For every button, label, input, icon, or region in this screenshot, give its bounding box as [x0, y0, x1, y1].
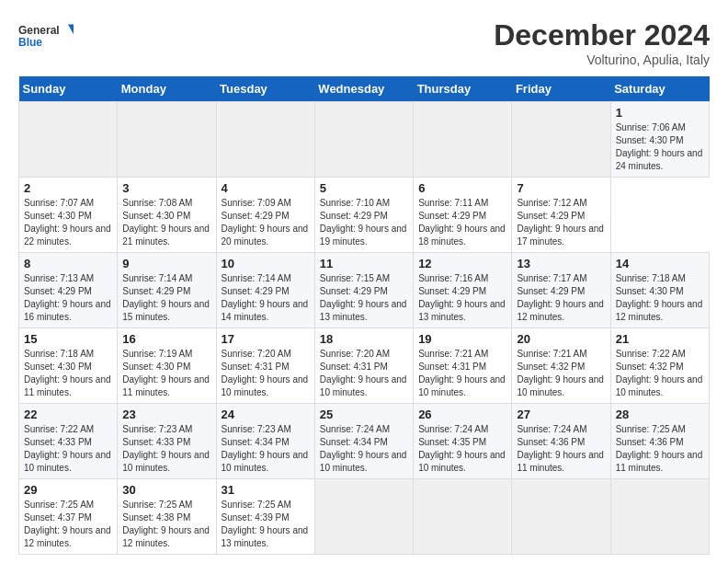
day-number: 31 — [222, 483, 310, 497]
calendar-cell: 23Sunrise: 7:23 AMSunset: 4:33 PMDayligh… — [118, 404, 216, 479]
calendar-cell: 3Sunrise: 7:08 AMSunset: 4:30 PMDaylight… — [118, 178, 216, 253]
day-info: Sunrise: 7:08 AMSunset: 4:30 PMDaylight:… — [122, 197, 210, 248]
day-info: Sunrise: 7:20 AMSunset: 4:31 PMDaylight:… — [320, 348, 408, 399]
calendar-cell: 26Sunrise: 7:24 AMSunset: 4:35 PMDayligh… — [414, 404, 512, 479]
calendar-cell: 25Sunrise: 7:24 AMSunset: 4:34 PMDayligh… — [314, 404, 413, 479]
calendar-cell: 13Sunrise: 7:17 AMSunset: 4:29 PMDayligh… — [512, 253, 610, 328]
calendar-cell-empty — [118, 102, 216, 178]
day-info: Sunrise: 7:14 AMSunset: 4:29 PMDaylight:… — [122, 272, 210, 324]
day-number: 23 — [122, 408, 210, 421]
day-number: 27 — [517, 408, 605, 421]
calendar-cell: 5Sunrise: 7:10 AMSunset: 4:29 PMDaylight… — [314, 178, 413, 253]
day-info: Sunrise: 7:25 AMSunset: 4:39 PMDaylight:… — [222, 499, 310, 550]
day-info: Sunrise: 7:16 AMSunset: 4:29 PMDaylight:… — [418, 272, 506, 324]
day-number: 19 — [418, 332, 506, 346]
day-info: Sunrise: 7:15 AMSunset: 4:29 PMDaylight:… — [320, 272, 408, 324]
calendar-week-row: 1Sunrise: 7:06 AMSunset: 4:30 PMDaylight… — [19, 102, 710, 178]
svg-text:Blue: Blue — [18, 36, 42, 49]
calendar-cell: 8Sunrise: 7:13 AMSunset: 4:29 PMDaylight… — [19, 253, 118, 328]
day-number: 29 — [24, 483, 112, 497]
calendar-cell: 2Sunrise: 7:07 AMSunset: 4:30 PMDaylight… — [19, 178, 118, 253]
calendar-cell-empty — [216, 102, 314, 178]
calendar-week-row: 2Sunrise: 7:07 AMSunset: 4:30 PMDaylight… — [19, 178, 710, 253]
day-number: 3 — [122, 181, 210, 195]
calendar-cell: 4Sunrise: 7:09 AMSunset: 4:29 PMDaylight… — [216, 178, 314, 253]
day-number: 15 — [24, 332, 112, 346]
day-number: 13 — [517, 257, 605, 270]
day-number: 5 — [320, 181, 408, 195]
calendar-cell-empty — [512, 479, 610, 555]
weekday-header-cell: Sunday — [19, 76, 118, 102]
day-info: Sunrise: 7:11 AMSunset: 4:29 PMDaylight:… — [418, 197, 506, 248]
day-number: 30 — [122, 483, 210, 497]
day-info: Sunrise: 7:23 AMSunset: 4:34 PMDaylight:… — [222, 423, 310, 475]
day-info: Sunrise: 7:21 AMSunset: 4:32 PMDaylight:… — [517, 348, 605, 399]
calendar-cell: 9Sunrise: 7:14 AMSunset: 4:29 PMDaylight… — [118, 253, 216, 328]
day-number: 9 — [122, 257, 210, 270]
day-info: Sunrise: 7:18 AMSunset: 4:30 PMDaylight:… — [24, 348, 112, 399]
day-info: Sunrise: 7:25 AMSunset: 4:37 PMDaylight:… — [24, 499, 112, 550]
day-number: 6 — [418, 181, 506, 195]
day-info: Sunrise: 7:19 AMSunset: 4:30 PMDaylight:… — [122, 348, 210, 399]
day-info: Sunrise: 7:23 AMSunset: 4:33 PMDaylight:… — [122, 423, 210, 475]
day-number: 11 — [320, 257, 408, 270]
day-number: 2 — [24, 181, 112, 195]
day-number: 26 — [418, 408, 506, 421]
svg-marker-2 — [68, 25, 74, 38]
weekday-header-cell: Monday — [118, 76, 216, 102]
calendar-cell-empty — [414, 102, 512, 178]
calendar-cell: 29Sunrise: 7:25 AMSunset: 4:37 PMDayligh… — [19, 479, 118, 555]
day-info: Sunrise: 7:21 AMSunset: 4:31 PMDaylight:… — [418, 348, 506, 399]
calendar-cell: 22Sunrise: 7:22 AMSunset: 4:33 PMDayligh… — [19, 404, 118, 479]
day-info: Sunrise: 7:25 AMSunset: 4:38 PMDaylight:… — [122, 499, 210, 550]
weekday-header-cell: Tuesday — [216, 76, 314, 102]
main-title: December 2024 — [494, 18, 710, 52]
day-info: Sunrise: 7:22 AMSunset: 4:33 PMDaylight:… — [24, 423, 112, 475]
logo-svg: General Blue — [18, 18, 74, 55]
day-info: Sunrise: 7:24 AMSunset: 4:34 PMDaylight:… — [320, 423, 408, 475]
day-number: 16 — [122, 332, 210, 346]
calendar-cell-empty — [610, 479, 709, 555]
calendar-cell: 27Sunrise: 7:24 AMSunset: 4:36 PMDayligh… — [512, 404, 610, 479]
calendar-cell: 19Sunrise: 7:21 AMSunset: 4:31 PMDayligh… — [414, 328, 512, 404]
day-number: 21 — [616, 332, 704, 346]
calendar-cell: 21Sunrise: 7:22 AMSunset: 4:32 PMDayligh… — [610, 328, 709, 404]
weekday-header-cell: Friday — [512, 76, 610, 102]
day-info: Sunrise: 7:18 AMSunset: 4:30 PMDaylight:… — [616, 272, 704, 324]
calendar-cell: 18Sunrise: 7:20 AMSunset: 4:31 PMDayligh… — [314, 328, 413, 404]
calendar-cell-empty — [314, 479, 413, 555]
calendar-cell: 16Sunrise: 7:19 AMSunset: 4:30 PMDayligh… — [118, 328, 216, 404]
day-info: Sunrise: 7:24 AMSunset: 4:36 PMDaylight:… — [517, 423, 605, 475]
calendar-table: SundayMondayTuesdayWednesdayThursdayFrid… — [18, 76, 710, 555]
day-info: Sunrise: 7:20 AMSunset: 4:31 PMDaylight:… — [222, 348, 310, 399]
calendar-cell: 12Sunrise: 7:16 AMSunset: 4:29 PMDayligh… — [414, 253, 512, 328]
calendar-cell-empty — [512, 102, 610, 178]
calendar-week-row: 29Sunrise: 7:25 AMSunset: 4:37 PMDayligh… — [19, 479, 710, 555]
day-info: Sunrise: 7:24 AMSunset: 4:35 PMDaylight:… — [418, 423, 506, 475]
calendar-week-row: 8Sunrise: 7:13 AMSunset: 4:29 PMDaylight… — [19, 253, 710, 328]
day-info: Sunrise: 7:14 AMSunset: 4:29 PMDaylight:… — [222, 272, 310, 324]
calendar-cell: 28Sunrise: 7:25 AMSunset: 4:36 PMDayligh… — [610, 404, 709, 479]
calendar-cell: 24Sunrise: 7:23 AMSunset: 4:34 PMDayligh… — [216, 404, 314, 479]
day-number: 20 — [517, 332, 605, 346]
calendar-cell: 17Sunrise: 7:20 AMSunset: 4:31 PMDayligh… — [216, 328, 314, 404]
day-number: 8 — [24, 257, 112, 270]
calendar-cell: 31Sunrise: 7:25 AMSunset: 4:39 PMDayligh… — [216, 479, 314, 555]
day-number: 12 — [418, 257, 506, 270]
svg-text:General: General — [18, 24, 60, 37]
calendar-week-row: 22Sunrise: 7:22 AMSunset: 4:33 PMDayligh… — [19, 404, 710, 479]
day-number: 1 — [616, 106, 704, 120]
calendar-cell-empty — [19, 102, 118, 178]
day-number: 7 — [517, 181, 605, 195]
day-number: 22 — [24, 408, 112, 421]
calendar-cell: 14Sunrise: 7:18 AMSunset: 4:30 PMDayligh… — [610, 253, 709, 328]
day-info: Sunrise: 7:22 AMSunset: 4:32 PMDaylight:… — [616, 348, 704, 399]
weekday-header-cell: Saturday — [610, 76, 709, 102]
day-number: 4 — [222, 181, 310, 195]
calendar-cell-empty — [414, 479, 512, 555]
calendar-cell: 6Sunrise: 7:11 AMSunset: 4:29 PMDaylight… — [414, 178, 512, 253]
header: General Blue December 2024 Volturino, Ap… — [18, 18, 710, 67]
day-number: 24 — [222, 408, 310, 421]
day-info: Sunrise: 7:12 AMSunset: 4:29 PMDaylight:… — [517, 197, 605, 248]
calendar-cell: 1Sunrise: 7:06 AMSunset: 4:30 PMDaylight… — [610, 102, 709, 178]
